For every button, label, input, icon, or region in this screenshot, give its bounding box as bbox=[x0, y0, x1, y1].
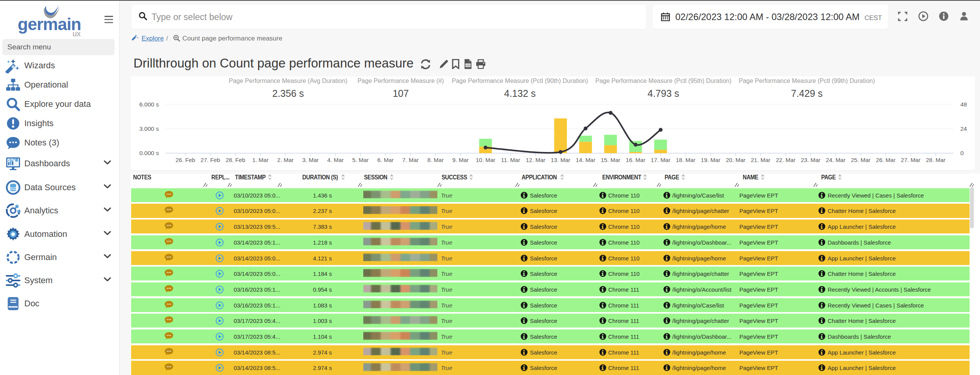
svg-text:28. Mar: 28. Mar bbox=[926, 157, 946, 163]
svg-text:11. Mar: 11. Mar bbox=[501, 157, 520, 163]
svg-text:6. Mar: 6. Mar bbox=[377, 157, 394, 163]
svg-text:0: 0 bbox=[960, 150, 964, 156]
svg-text:8. Mar: 8. Mar bbox=[427, 157, 444, 163]
svg-text:18. Mar: 18. Mar bbox=[676, 157, 695, 163]
svg-text:25. Mar: 25. Mar bbox=[851, 157, 870, 163]
svg-text:20. Mar: 20. Mar bbox=[726, 157, 746, 163]
svg-text:5. Mar: 5. Mar bbox=[352, 157, 369, 163]
svg-text:1. Mar: 1. Mar bbox=[252, 157, 269, 163]
svg-text:2. Mar: 2. Mar bbox=[277, 157, 294, 163]
svg-text:26. Feb: 26. Feb bbox=[175, 157, 195, 163]
svg-text:4. Mar: 4. Mar bbox=[327, 157, 344, 163]
svg-text:0.000 s: 0.000 s bbox=[139, 150, 159, 156]
svg-text:9. Mar: 9. Mar bbox=[452, 157, 469, 163]
svg-text:26. Mar: 26. Mar bbox=[876, 157, 896, 163]
svg-text:22. Mar: 22. Mar bbox=[776, 157, 796, 163]
svg-text:48: 48 bbox=[960, 101, 967, 108]
svg-text:15. Mar: 15. Mar bbox=[601, 157, 621, 163]
svg-text:27. Feb: 27. Feb bbox=[201, 157, 220, 163]
svg-text:6.000 s: 6.000 s bbox=[139, 101, 159, 108]
svg-text:13. Mar: 13. Mar bbox=[551, 157, 570, 163]
svg-text:7. Mar: 7. Mar bbox=[402, 157, 419, 163]
svg-text:24: 24 bbox=[960, 125, 967, 132]
svg-text:12. Mar: 12. Mar bbox=[526, 157, 545, 163]
svg-text:3.000 s: 3.000 s bbox=[139, 125, 159, 132]
svg-text:27. Mar: 27. Mar bbox=[901, 157, 921, 163]
svg-text:24. Mar: 24. Mar bbox=[826, 157, 845, 163]
svg-text:14. Mar: 14. Mar bbox=[576, 157, 595, 163]
svg-text:10. Mar: 10. Mar bbox=[476, 157, 495, 163]
svg-text:16. Mar: 16. Mar bbox=[626, 157, 646, 163]
svg-text:17. Mar: 17. Mar bbox=[651, 157, 670, 163]
svg-text:19. Mar: 19. Mar bbox=[701, 157, 720, 163]
svg-text:21. Mar: 21. Mar bbox=[751, 157, 771, 163]
svg-text:3. Mar: 3. Mar bbox=[302, 157, 319, 163]
svg-text:23. Mar: 23. Mar bbox=[801, 157, 820, 163]
svg-text:28. Feb: 28. Feb bbox=[226, 157, 245, 163]
